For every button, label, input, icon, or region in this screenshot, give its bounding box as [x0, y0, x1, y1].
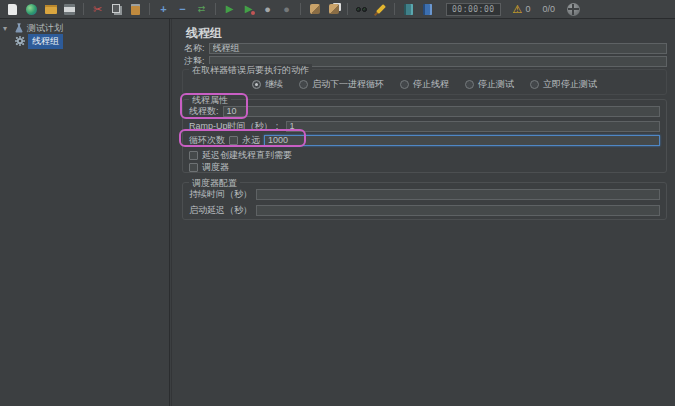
clear-all-icon — [329, 4, 339, 14]
num-threads-input[interactable] — [223, 106, 660, 117]
scheduler-label: 调度器 — [202, 161, 229, 174]
toolbar-separator — [215, 3, 216, 15]
toolbar-separator — [300, 3, 301, 15]
duration-label: 持续时间（秒） — [189, 188, 252, 201]
page-title: 线程组 — [186, 25, 222, 42]
name-row: 名称: — [184, 42, 667, 55]
shutdown-circle-icon: ● — [283, 4, 290, 15]
thread-counter: 0/0 — [542, 4, 555, 14]
expand-all-button[interactable]: + — [155, 2, 172, 17]
error-count: 0 — [525, 4, 530, 14]
stop-circle-icon: ● — [264, 4, 271, 15]
num-threads-row: 线程数: — [189, 105, 660, 117]
sampler-error-action-title: 在取样器错误后要执行的动作 — [189, 64, 312, 77]
radio-option-stop-thread[interactable]: 停止线程 — [400, 78, 449, 91]
help-button[interactable] — [419, 2, 436, 17]
new-file-icon — [8, 4, 17, 15]
toggle-arrows-icon: ⇄ — [198, 5, 206, 14]
remote-status-icon — [567, 3, 580, 16]
stop-button[interactable]: ● — [259, 2, 276, 17]
radio-label: 继续 — [265, 78, 283, 91]
test-plan-icon — [14, 23, 24, 33]
ramp-up-label: Ramp-Up时间（秒）： — [189, 120, 282, 133]
ramp-up-row: Ramp-Up时间（秒）： — [189, 120, 660, 132]
templates-icon — [26, 4, 37, 15]
open-button[interactable] — [42, 2, 59, 17]
radio-icon[interactable] — [400, 80, 409, 89]
sampler-error-radio-row: 继续 启动下一进程循环 停止线程 停止测试 立即停止测试 — [183, 78, 666, 91]
gear-icon — [15, 36, 25, 46]
startup-delay-input[interactable] — [256, 205, 660, 216]
toolbar: ✂ + − ⇄ ▶ ▶ ● ● 00:00:00 ⚠ 0 0/0 — [0, 0, 675, 19]
function-helper-icon — [404, 4, 413, 15]
scheduler-checkbox[interactable] — [189, 163, 198, 172]
name-input[interactable] — [209, 43, 667, 54]
scheduler-row: 调度器 — [189, 161, 660, 173]
paste-button[interactable] — [127, 2, 144, 17]
new-file-button[interactable] — [4, 2, 21, 17]
radio-icon[interactable] — [530, 80, 539, 89]
radio-option-start-next-loop[interactable]: 启动下一进程循环 — [299, 78, 384, 91]
duration-input[interactable] — [256, 189, 660, 200]
num-threads-label: 线程数: — [189, 105, 219, 118]
radio-label: 停止线程 — [413, 78, 449, 91]
forever-checkbox[interactable] — [229, 136, 238, 145]
startup-delay-label: 启动延迟（秒） — [189, 204, 252, 217]
forever-label: 永远 — [242, 134, 260, 147]
toolbar-separator — [347, 3, 348, 15]
toolbar-separator — [394, 3, 395, 15]
toolbar-separator — [149, 3, 150, 15]
tree-item-thread-group[interactable]: 线程组 — [0, 35, 169, 47]
elapsed-timer: 00:00:00 — [446, 3, 501, 16]
thread-properties-group: 线程属性 线程数: Ramp-Up时间（秒）： 循环次数 永远 延迟创建线程直到… — [182, 99, 667, 173]
no-pauses-badge — [251, 11, 255, 15]
radio-option-continue[interactable]: 继续 — [252, 78, 283, 91]
name-label: 名称: — [184, 42, 205, 55]
broom-icon — [376, 4, 386, 14]
shutdown-button[interactable]: ● — [278, 2, 295, 17]
search-button[interactable] — [353, 2, 370, 17]
radio-label: 停止测试 — [478, 78, 514, 91]
search-reset-button[interactable] — [372, 2, 389, 17]
paste-icon — [131, 4, 140, 15]
function-helper-button[interactable] — [400, 2, 417, 17]
radio-option-stop-test[interactable]: 停止测试 — [465, 78, 514, 91]
duration-row: 持续时间（秒） — [189, 188, 660, 200]
start-no-pauses-button[interactable]: ▶ — [240, 2, 257, 17]
sampler-error-action-group: 在取样器错误后要执行的动作 继续 启动下一进程循环 停止线程 停止测试 立即停止… — [182, 69, 667, 95]
save-icon — [64, 4, 75, 15]
delay-create-checkbox[interactable] — [189, 151, 198, 160]
play-icon: ▶ — [226, 4, 234, 14]
clear-icon — [310, 4, 320, 14]
radio-label: 启动下一进程循环 — [312, 78, 384, 91]
ramp-up-input[interactable] — [286, 121, 660, 132]
warning-icon: ⚠ — [513, 3, 523, 16]
templates-button[interactable] — [23, 2, 40, 17]
start-button[interactable]: ▶ — [221, 2, 238, 17]
toolbar-separator — [83, 3, 84, 15]
toggle-button[interactable]: ⇄ — [193, 2, 210, 17]
cut-button[interactable]: ✂ — [89, 2, 106, 17]
test-plan-tree: ▾ 测试计划 线程组 — [0, 19, 170, 406]
radio-option-stop-test-now[interactable]: 立即停止测试 — [530, 78, 597, 91]
scheduler-config-group: 调度器配置 持续时间（秒） 启动延迟（秒） — [182, 182, 667, 220]
cut-icon: ✂ — [93, 4, 102, 15]
copy-button[interactable] — [108, 2, 125, 17]
log-error-indicator[interactable]: ⚠ 0 — [513, 3, 531, 16]
radio-icon[interactable] — [252, 80, 261, 89]
collapse-all-button[interactable]: − — [174, 2, 191, 17]
radio-icon[interactable] — [465, 80, 474, 89]
minus-icon: − — [179, 4, 185, 15]
expander-icon[interactable]: ▾ — [3, 24, 11, 33]
tree-item-label[interactable]: 线程组 — [28, 34, 63, 49]
radio-icon[interactable] — [299, 80, 308, 89]
open-folder-icon — [45, 5, 57, 14]
clear-all-button[interactable] — [325, 2, 342, 17]
save-button[interactable] — [61, 2, 78, 17]
radio-label: 立即停止测试 — [543, 78, 597, 91]
help-book-icon — [423, 4, 432, 15]
clear-button[interactable] — [306, 2, 323, 17]
tree-item-test-plan[interactable]: ▾ 测试计划 — [0, 22, 169, 34]
loop-count-label: 循环次数 — [189, 134, 225, 147]
loop-count-input[interactable] — [264, 135, 660, 146]
